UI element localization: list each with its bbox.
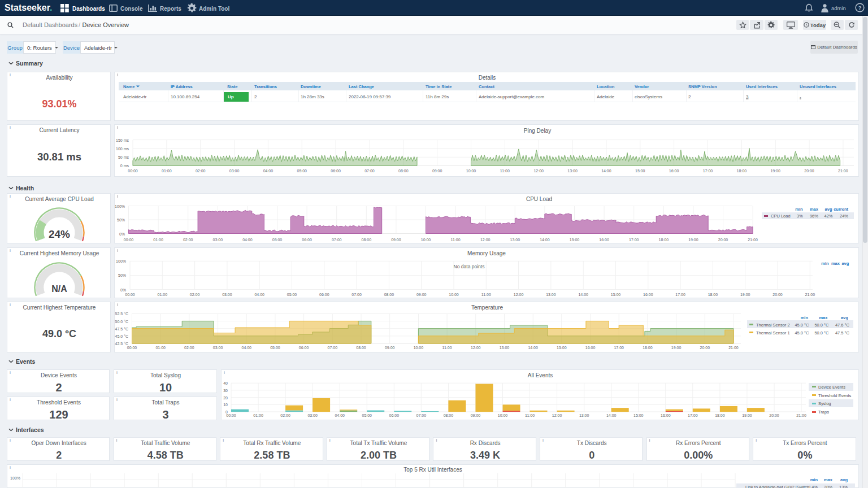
svg-text:?: ? bbox=[858, 5, 861, 11]
